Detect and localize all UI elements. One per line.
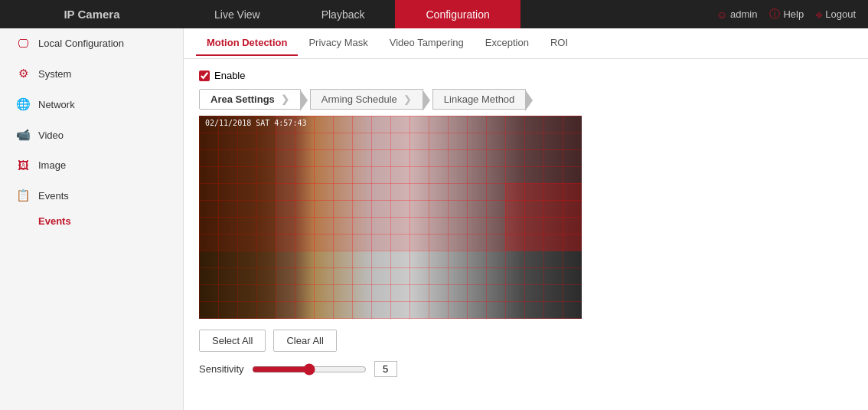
help-icon: ⓘ bbox=[769, 8, 780, 21]
clear-all-button[interactable]: Clear All bbox=[273, 330, 336, 352]
camera-wrapper[interactable]: 02/11/2018 SAT 4:57:43 bbox=[199, 116, 582, 319]
camera-feed: 02/11/2018 SAT 4:57:43 bbox=[199, 116, 582, 319]
select-all-button[interactable]: Select All bbox=[199, 330, 266, 352]
sidebar: 🖵 Local Configuration ⚙ System 🌐 Network… bbox=[0, 28, 184, 410]
help-button[interactable]: ⓘ Help bbox=[769, 8, 804, 21]
sensitivity-label: Sensitivity bbox=[199, 363, 244, 375]
layout: 🖵 Local Configuration ⚙ System 🌐 Network… bbox=[0, 28, 868, 410]
monitor-icon: 🖵 bbox=[15, 37, 31, 50]
enable-label: Enable bbox=[214, 70, 245, 81]
sidebar-item-network[interactable]: 🌐 Network bbox=[0, 89, 183, 120]
camera-timestamp: 02/11/2018 SAT 4:57:43 bbox=[205, 119, 306, 127]
nav-live-view[interactable]: Live View bbox=[184, 0, 291, 28]
image-icon: 🖼 bbox=[15, 159, 31, 172]
sidebar-item-local-configuration[interactable]: 🖵 Local Configuration bbox=[0, 28, 183, 58]
area-tab-linkage[interactable]: Linkage Method bbox=[432, 89, 527, 110]
sidebar-item-video[interactable]: 📹 Video bbox=[0, 120, 183, 150]
nav-playback[interactable]: Playback bbox=[291, 0, 396, 28]
enable-row: Enable bbox=[199, 70, 853, 81]
area-tab-arming[interactable]: Arming Schedule ❯ bbox=[310, 89, 423, 110]
area-tabs: Area Settings ❯ Arming Schedule ❯ Linkag… bbox=[199, 89, 853, 110]
logout-button[interactable]: ⎆ Logout bbox=[816, 8, 856, 21]
nav-links: Live View Playback Configuration bbox=[184, 0, 716, 28]
network-icon: 🌐 bbox=[15, 97, 31, 111]
sensitivity-row: Sensitivity bbox=[199, 361, 853, 377]
logout-icon: ⎆ bbox=[816, 8, 822, 21]
area-tab-arming-arrow: ❯ bbox=[403, 93, 412, 105]
tab-motion-detection[interactable]: Motion Detection bbox=[196, 31, 298, 56]
video-icon: 📹 bbox=[15, 128, 31, 142]
area-tab-settings-arrow: ❯ bbox=[281, 93, 289, 105]
events-icon: 📋 bbox=[15, 189, 31, 202]
sensitivity-slider[interactable] bbox=[252, 363, 367, 376]
main-content: Motion Detection Privacy Mask Video Tamp… bbox=[184, 28, 868, 410]
svg-rect-3 bbox=[505, 183, 582, 251]
sub-tabs: Motion Detection Privacy Mask Video Tamp… bbox=[184, 28, 868, 59]
tab-video-tampering[interactable]: Video Tampering bbox=[379, 31, 475, 56]
sidebar-sub-events[interactable]: Events bbox=[0, 211, 183, 231]
tab-privacy-mask[interactable]: Privacy Mask bbox=[298, 31, 378, 56]
sidebar-item-system[interactable]: ⚙ System bbox=[0, 58, 183, 89]
admin-button[interactable]: ☺ admin bbox=[716, 8, 758, 21]
enable-checkbox[interactable] bbox=[199, 71, 210, 81]
tab-roi[interactable]: ROI bbox=[540, 31, 579, 56]
buttons-row: Select All Clear All bbox=[199, 330, 853, 352]
sidebar-item-image[interactable]: 🖼 Image bbox=[0, 150, 183, 180]
area-tab-settings[interactable]: Area Settings ❯ bbox=[199, 89, 301, 110]
user-actions: ☺ admin ⓘ Help ⎆ Logout bbox=[716, 8, 868, 21]
sensitivity-value[interactable] bbox=[374, 361, 397, 377]
person-icon: ☺ bbox=[716, 8, 727, 21]
sidebar-item-events[interactable]: 📋 Events bbox=[0, 180, 183, 211]
content-area: Enable Area Settings ❯ Arming Schedule ❯… bbox=[184, 59, 868, 385]
top-nav: IP Camera Live View Playback Configurati… bbox=[0, 0, 868, 28]
nav-configuration[interactable]: Configuration bbox=[395, 0, 520, 28]
system-icon: ⚙ bbox=[15, 67, 31, 80]
app-logo: IP Camera bbox=[0, 8, 184, 21]
svg-rect-2 bbox=[199, 116, 276, 319]
motion-grid bbox=[199, 116, 582, 319]
tab-exception[interactable]: Exception bbox=[475, 31, 540, 56]
